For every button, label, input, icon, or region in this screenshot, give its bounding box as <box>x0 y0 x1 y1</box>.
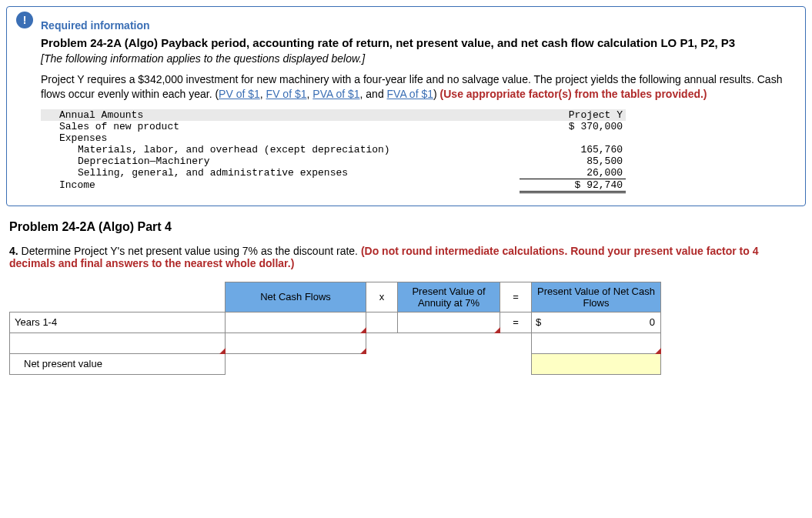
income-label: Income <box>41 179 520 192</box>
annual-amounts-table: Annual Amounts Project Y Sales of new pr… <box>41 109 626 193</box>
header-pv-net: Present Value of Net Cash Flows <box>532 282 661 312</box>
cell-blank-label[interactable] <box>10 333 226 353</box>
fva-link[interactable]: FVA of $1 <box>387 88 433 100</box>
output-pv-net <box>544 313 660 332</box>
cell-ncf-2[interactable] <box>226 333 366 353</box>
depreciation-label: Depreciation—Machinery <box>41 155 520 167</box>
expenses-label: Expenses <box>41 132 520 144</box>
alert-badge-icon: ! <box>16 12 33 28</box>
amounts-header-project: Project Y <box>520 109 626 121</box>
question-number: 4. <box>9 245 22 257</box>
amounts-header-label: Annual Amounts <box>41 109 520 121</box>
sga-label: Selling, general, and administrative exp… <box>41 167 520 179</box>
input-npv-result[interactable] <box>533 355 660 373</box>
applies-note: [The following information applies to th… <box>41 52 790 65</box>
sga-value: 26,000 <box>520 167 626 179</box>
row-equals: = <box>500 312 532 333</box>
cell-pv-2[interactable] <box>532 333 661 353</box>
npv-calc-table: Net Cash Flows x Present Value of Annuit… <box>9 282 661 375</box>
cell-pv-net: $ <box>532 312 661 333</box>
info-card: ! Required information Problem 24-2A (Al… <box>6 6 806 206</box>
dollar-sign: $ <box>533 316 544 328</box>
input-ncf-2[interactable] <box>226 334 365 353</box>
row-npv-label: Net present value <box>10 353 226 374</box>
required-info-heading: Required information <box>41 19 790 32</box>
header-equals: = <box>500 282 532 312</box>
question-body: Determine Project Y's net present value … <box>22 245 361 257</box>
fv-link[interactable]: FV of $1 <box>266 88 307 100</box>
sales-value: $ 370,000 <box>520 121 626 132</box>
input-net-cash-flows[interactable] <box>226 313 365 332</box>
input-pva-factor[interactable] <box>399 313 499 332</box>
use-factors-note: (Use appropriate factor(s) from the tabl… <box>440 88 707 100</box>
input-blank-label[interactable] <box>15 334 224 353</box>
row-years-label: Years 1-4 <box>10 312 226 333</box>
depreciation-value: 85,500 <box>520 155 626 167</box>
sales-label: Sales of new product <box>41 121 520 132</box>
intro-paragraph: Project Y requires a $342,000 investment… <box>41 72 790 102</box>
materials-label: Materials, labor, and overhead (except d… <box>41 144 520 155</box>
cell-pva-factor[interactable] <box>398 312 500 333</box>
question-text: 4. Determine Project Y's net present val… <box>9 245 803 269</box>
problem-title: Problem 24-2A (Algo) Payback period, acc… <box>41 36 790 49</box>
cell-npv-result[interactable] <box>532 353 661 374</box>
income-value: $ 92,740 <box>520 179 626 192</box>
materials-value: 165,760 <box>520 144 626 155</box>
input-pv-2[interactable] <box>533 334 660 353</box>
part-title: Problem 24-2A (Algo) Part 4 <box>9 220 806 234</box>
pv-link[interactable]: PV of $1 <box>219 88 260 100</box>
cell-net-cash-flows[interactable] <box>226 312 366 333</box>
pva-link[interactable]: PVA of $1 <box>312 88 359 100</box>
header-net-cash-flows: Net Cash Flows <box>226 282 366 312</box>
header-pva: Present Value of Annuity at 7% <box>398 282 500 312</box>
header-times: x <box>366 282 398 312</box>
